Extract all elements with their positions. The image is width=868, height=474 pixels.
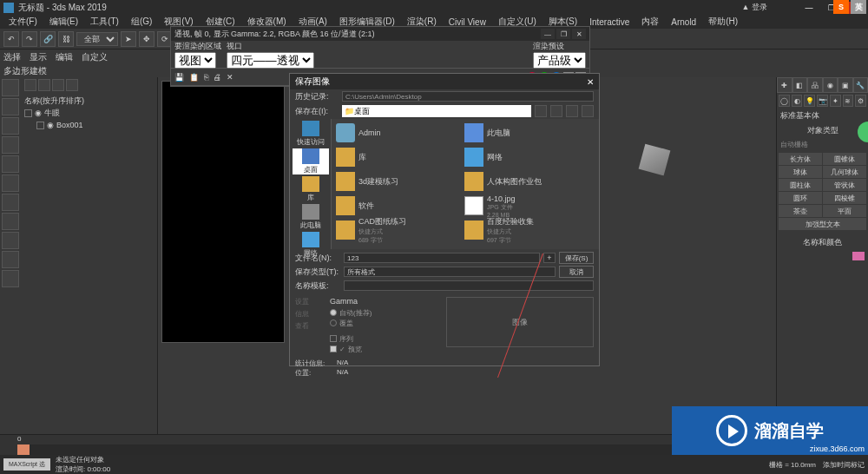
ltool[interactable] — [2, 213, 19, 230]
prim-teapot[interactable]: 茶壶 — [779, 205, 822, 217]
menu-interactive[interactable]: Interactive — [584, 17, 635, 27]
back-button[interactable] — [535, 105, 547, 117]
util-tab[interactable]: 🔧 — [853, 77, 869, 93]
prim-cylinder[interactable]: 圆柱体 — [779, 179, 822, 191]
select-button[interactable]: ➤ — [121, 31, 136, 47]
print-button[interactable]: 🖨 — [214, 73, 221, 82]
filename-input[interactable]: 123 — [344, 253, 540, 263]
minimize-button[interactable]: — — [799, 2, 819, 14]
prim-tube[interactable]: 管状体 — [823, 179, 866, 191]
undo-button[interactable]: ↶ — [3, 31, 19, 47]
gamma-auto-radio[interactable]: 自动(推荐) — [330, 307, 441, 318]
submenu-custom[interactable]: 自定义 — [82, 51, 108, 63]
file-item[interactable]: 3d建模练习 — [333, 171, 462, 192]
ltool[interactable] — [2, 251, 19, 268]
up-button[interactable] — [550, 105, 562, 117]
submenu-display[interactable]: 显示 — [30, 51, 47, 63]
place-library[interactable]: 库 — [293, 176, 329, 202]
savein-dropdown[interactable]: 📁 桌面 — [342, 105, 531, 117]
add-time-tag[interactable]: 添加时间标记 — [823, 460, 865, 470]
clone-button[interactable]: ⎘ — [204, 73, 208, 82]
file-list[interactable]: Admin 此电脑 库 网络 3d建模练习 人体构图作业包 软件 4-10.jp… — [332, 119, 599, 249]
redo-button[interactable]: ↷ — [22, 31, 37, 47]
menu-content[interactable]: 内容 — [636, 16, 664, 28]
save-button[interactable]: 保存(S) — [559, 252, 594, 264]
login-link[interactable]: ▲ 登录 — [740, 0, 769, 15]
render-close[interactable]: ✕ — [572, 29, 586, 39]
render-max[interactable]: ❐ — [556, 29, 570, 39]
place-quickaccess[interactable]: 快速访问 — [293, 121, 329, 147]
cancel-button[interactable]: 取消 — [559, 266, 594, 278]
place-desktop[interactable]: 桌面 — [293, 148, 329, 174]
sequence-check[interactable]: 序列 — [330, 333, 441, 344]
prim-sphere[interactable]: 球体 — [779, 166, 822, 178]
motion-tab[interactable]: ◉ — [823, 77, 838, 93]
prim-plane[interactable]: 平面 — [823, 205, 866, 217]
copy-image-button[interactable]: 📋 — [189, 73, 199, 82]
render-area-select[interactable]: 视图 — [174, 52, 216, 69]
light-cat[interactable]: 💡 — [804, 95, 815, 107]
hierarchy-tab[interactable]: 品 — [807, 77, 823, 93]
file-item[interactable]: 百度经验收集快捷方式697 字节 — [462, 215, 590, 246]
modify-tab[interactable]: ◧ — [792, 77, 808, 93]
ime-sogou-icon[interactable]: S — [833, 0, 849, 14]
unlink-button[interactable]: ⛓ — [58, 31, 74, 47]
explorer-btn[interactable] — [38, 79, 50, 91]
display-tab[interactable]: ▣ — [838, 77, 853, 93]
menu-help[interactable]: 帮助(H) — [703, 16, 743, 28]
cam-cat[interactable]: 📷 — [817, 95, 828, 107]
explorer-btn[interactable] — [52, 79, 64, 91]
ltool[interactable] — [2, 174, 19, 192]
file-item[interactable]: 此电脑 — [462, 122, 590, 143]
view-button[interactable] — [582, 105, 594, 117]
geom-cat[interactable]: ◯ — [779, 95, 790, 107]
file-item[interactable]: 网络 — [462, 147, 590, 168]
place-thispc[interactable]: 此电脑 — [293, 204, 329, 230]
submenu-edit[interactable]: 编辑 — [56, 51, 73, 63]
save-image-button[interactable]: 💾 — [174, 73, 184, 82]
menu-edit[interactable]: 编辑(E) — [44, 16, 83, 28]
prim-box[interactable]: 长方体 — [779, 153, 822, 165]
template-dropdown[interactable] — [344, 280, 594, 291]
ltool[interactable] — [2, 117, 19, 135]
prim-torus[interactable]: 圆环 — [779, 192, 822, 204]
menu-civilview[interactable]: Civil View — [444, 17, 491, 27]
file-item[interactable]: CAD图纸练习快捷方式689 字节 — [333, 215, 462, 246]
menu-tools[interactable]: 工具(T) — [85, 16, 124, 28]
submenu-select[interactable]: 选择 — [3, 51, 21, 63]
ltool[interactable] — [2, 270, 19, 287]
autogrid-check[interactable]: 自动栅格 — [777, 138, 868, 151]
explorer-btn[interactable] — [24, 79, 36, 91]
render-preset-select[interactable]: 产品级 — [533, 52, 586, 69]
clear-button[interactable]: ✕ — [227, 73, 233, 82]
ltool[interactable] — [2, 155, 19, 173]
ime-lang-icon[interactable]: 英 — [851, 0, 866, 14]
menu-arnold[interactable]: Arnold — [666, 17, 701, 27]
menu-file[interactable]: 文件(F) — [3, 16, 43, 28]
newfolder-button[interactable] — [566, 105, 578, 117]
dialog-close[interactable]: ✕ — [587, 77, 594, 87]
move-button[interactable]: ✥ — [139, 31, 155, 47]
ltool[interactable] — [2, 136, 19, 154]
link-button[interactable]: 🔗 — [40, 31, 56, 47]
selection-filter[interactable]: 全部 — [76, 32, 118, 46]
history-dropdown[interactable]: C:\Users\Admin\Desktop — [342, 91, 594, 102]
helper-cat[interactable]: ✦ — [830, 95, 841, 107]
file-item[interactable]: 人体构图作业包 — [462, 171, 590, 192]
render-min[interactable]: — — [541, 29, 555, 39]
prim-geosphere[interactable]: 几何球体 — [823, 166, 866, 178]
prim-pyramid[interactable]: 四棱锥 — [823, 192, 866, 204]
viewcube[interactable] — [637, 142, 672, 177]
gamma-override-radio[interactable]: 覆盖 — [330, 318, 441, 328]
ltool[interactable] — [2, 98, 19, 115]
file-item[interactable]: 软件 — [333, 195, 462, 216]
tree-node[interactable]: ◉Box001 — [24, 119, 154, 131]
preview-check[interactable]: ✓ 预览 — [330, 344, 441, 354]
space-cat[interactable]: ≋ — [843, 95, 854, 107]
menu-group[interactable]: 组(G) — [126, 16, 157, 28]
maxscript-button[interactable]: MAXScript 选 — [3, 458, 50, 471]
sort-header[interactable]: 名称(按升序排序) — [24, 95, 154, 107]
ltool[interactable] — [2, 79, 19, 96]
filetype-dropdown[interactable]: 所有格式 — [344, 267, 556, 277]
info-button[interactable]: 信息 — [295, 309, 325, 319]
